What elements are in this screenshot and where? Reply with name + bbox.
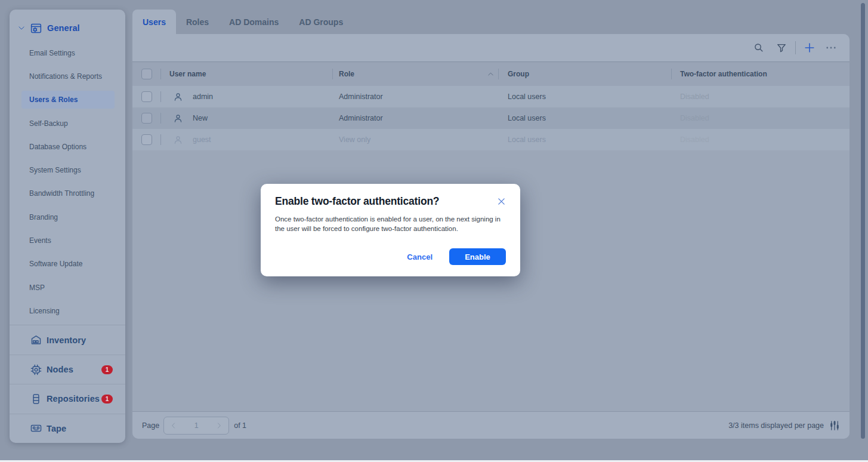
modal-dialog: Enable two-factor authentication? Once t… [261,184,520,276]
close-icon[interactable] [497,197,506,206]
modal-message: Once two-factor authentication is enable… [275,214,506,233]
cancel-button[interactable]: Cancel [406,250,434,264]
modal-actions: Cancel Enable [275,248,506,265]
modal-title: Enable two-factor authentication? [275,195,439,208]
scrollbar[interactable] [861,3,865,439]
enable-button[interactable]: Enable [449,248,506,265]
modal-header: Enable two-factor authentication? [275,195,506,208]
